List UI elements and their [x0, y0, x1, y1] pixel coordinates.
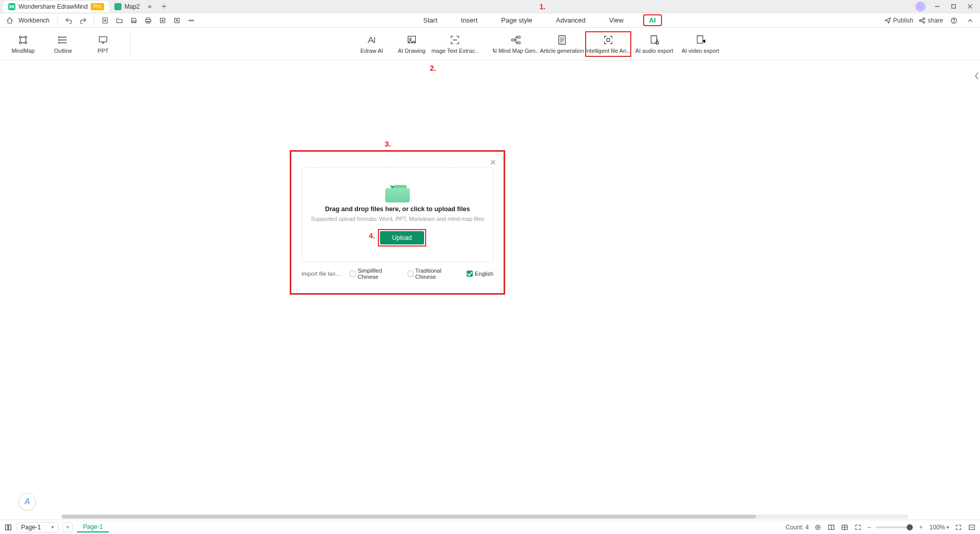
document-tab[interactable]: Map2: [109, 1, 156, 12]
workbench-label[interactable]: Workbench: [18, 17, 49, 24]
menu-start[interactable]: Start: [419, 14, 441, 26]
doc-icon: [114, 3, 122, 10]
tool-ai-video-export[interactable]: AI video export: [677, 32, 724, 56]
window-maximize-button[interactable]: [946, 1, 961, 12]
open-file-button[interactable]: [114, 15, 125, 26]
user-avatar[interactable]: [915, 2, 926, 12]
menu-advanced[interactable]: Advanced: [552, 14, 590, 26]
page-tab-1[interactable]: Page-1: [77, 522, 109, 532]
svg-rect-56: [697, 35, 703, 43]
zoom-value[interactable]: 100%▾: [929, 524, 949, 531]
pro-badge: Pro: [91, 3, 104, 10]
horizontal-scrollbar[interactable]: [62, 515, 908, 519]
ribbon: MindMap Outline PPT Edraw AI AI Drawing …: [0, 28, 980, 60]
zoom-out-button[interactable]: −: [867, 524, 871, 531]
save-button[interactable]: [128, 15, 139, 26]
print-button[interactable]: [143, 15, 154, 26]
title-bar: ⋈ Wondershare EdrawMind Pro Map2 ＋ 1.: [0, 0, 980, 13]
redo-button[interactable]: [77, 15, 89, 26]
publish-button[interactable]: Publish: [884, 17, 913, 24]
new-tab-button[interactable]: ＋: [158, 1, 170, 12]
tool-article-generation[interactable]: Article generation: [539, 32, 585, 56]
tool-ai-mindmap-gen[interactable]: AI Mind Map Gen...: [493, 32, 539, 56]
svg-line-19: [921, 19, 923, 20]
menu-page-style[interactable]: Page style: [497, 14, 536, 26]
lang-traditional-chinese[interactable]: Traditional Chinese: [408, 268, 459, 280]
svg-point-14: [191, 20, 192, 21]
pages-panel-icon[interactable]: [4, 523, 12, 531]
drop-zone[interactable]: ➤ Drag and drop files here, or click to …: [302, 167, 493, 262]
svg-point-36: [58, 42, 59, 43]
window-close-button[interactable]: [963, 1, 977, 12]
collapse-panel-icon[interactable]: [968, 523, 976, 531]
app-name: Wondershare EdrawMind: [18, 3, 88, 10]
svg-point-18: [923, 21, 925, 23]
right-panel-toggle[interactable]: [974, 69, 980, 83]
svg-rect-47: [517, 42, 521, 44]
svg-rect-7: [133, 20, 135, 23]
view-ppt[interactable]: PPT: [83, 32, 123, 56]
callout-3: 3.: [385, 139, 391, 148]
lang-simplified-chinese[interactable]: Simplified Chinese: [350, 268, 400, 280]
chevron-down-icon: ▾: [51, 524, 54, 530]
scrollbar-thumb[interactable]: [62, 515, 756, 519]
tool-ai-audio-export[interactable]: AI audio export: [631, 32, 677, 56]
unsaved-indicator-icon: [148, 5, 151, 8]
fit-page-icon[interactable]: [854, 523, 862, 531]
drop-subtitle: Supported upload formats: Word, PPT, Mar…: [311, 216, 484, 222]
svg-point-15: [193, 20, 194, 21]
dialog-close-button[interactable]: ✕: [490, 158, 496, 167]
svg-rect-1: [951, 5, 955, 8]
undo-button[interactable]: [63, 15, 74, 26]
canvas[interactable]: 2. 3. ✕ ➤ Drag and drop files here, or c…: [0, 60, 980, 520]
svg-point-60: [816, 525, 821, 529]
callout-4: 4.: [369, 232, 375, 240]
tool-ai-drawing[interactable]: AI Drawing: [392, 32, 432, 56]
zoom-slider[interactable]: [876, 526, 913, 528]
svg-point-54: [656, 41, 659, 44]
menu-insert[interactable]: Insert: [457, 14, 482, 26]
svg-rect-46: [517, 36, 521, 38]
svg-rect-59: [9, 524, 11, 530]
svg-rect-10: [147, 21, 150, 23]
svg-rect-58: [6, 524, 8, 530]
add-page-button[interactable]: ＋: [63, 522, 73, 532]
upload-dialog-highlight: ✕ ➤ Drag and drop files here, or click t…: [290, 150, 505, 295]
help-button[interactable]: [948, 15, 959, 26]
svg-point-22: [954, 22, 954, 23]
export-button[interactable]: [157, 15, 168, 26]
folder-upload-icon: ➤: [385, 183, 410, 202]
more-quick-button[interactable]: [186, 15, 197, 26]
view-mindmap[interactable]: MindMap: [3, 32, 43, 56]
fullscreen-icon[interactable]: [954, 523, 963, 531]
collapse-ribbon-button[interactable]: [965, 15, 976, 26]
ai-assistant-fab[interactable]: A: [18, 493, 36, 510]
svg-point-34: [58, 36, 59, 37]
zoom-in-button[interactable]: ＋: [918, 523, 924, 531]
home-icon[interactable]: [4, 15, 15, 26]
lang-english[interactable]: English: [467, 271, 493, 277]
view-outline[interactable]: Outline: [43, 32, 83, 56]
window-minimize-button[interactable]: [930, 1, 944, 12]
menu-ai[interactable]: AI: [643, 14, 662, 26]
doc-tab-label: Map2: [125, 3, 140, 10]
zoom-slider-knob[interactable]: [907, 524, 913, 530]
share-quick-button[interactable]: [171, 15, 183, 26]
drop-title: Drag and drop files here, or click to up…: [325, 206, 470, 213]
svg-line-20: [921, 20, 923, 22]
new-file-button[interactable]: [99, 15, 111, 26]
share-button[interactable]: share: [918, 17, 943, 24]
tool-edraw-ai[interactable]: Edraw AI: [352, 32, 392, 56]
layout-grid-icon[interactable]: [841, 523, 849, 531]
layout-split-icon[interactable]: [827, 523, 835, 531]
svg-rect-37: [99, 36, 107, 42]
upload-button-highlight: Upload: [378, 229, 426, 247]
page-selector[interactable]: Page-1 ▾: [16, 522, 58, 532]
tool-image-text-extract[interactable]: Image Text Extrac...: [432, 32, 478, 56]
app-title-tab[interactable]: ⋈ Wondershare EdrawMind Pro: [3, 1, 109, 12]
focus-mode-icon[interactable]: [814, 523, 822, 531]
tool-intelligent-file-analysis[interactable]: Intelligent file An...: [585, 31, 631, 57]
menu-view[interactable]: View: [605, 14, 628, 26]
upload-button[interactable]: Upload: [380, 231, 424, 244]
svg-rect-45: [512, 39, 515, 41]
